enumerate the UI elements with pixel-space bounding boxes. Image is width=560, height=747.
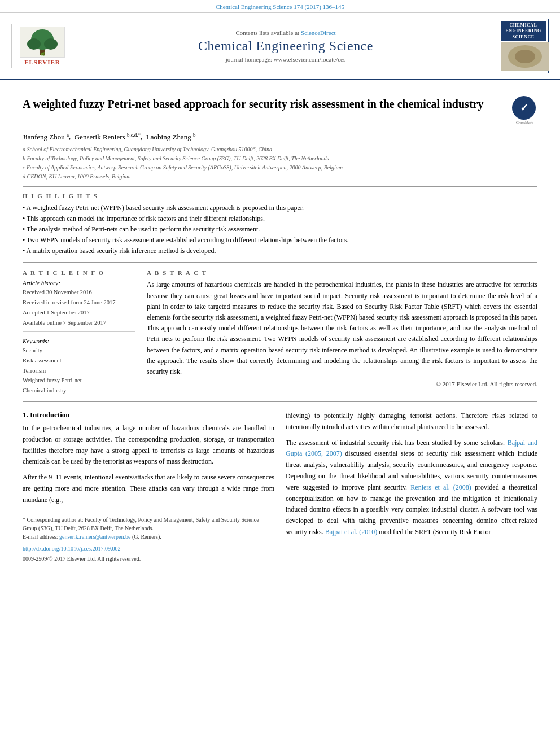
article-info-header: A R T I C L E I N F O xyxy=(23,269,135,276)
divider-3 xyxy=(23,401,537,402)
abstract-col: A B S T R A C T As large amounts of haza… xyxy=(147,269,537,396)
affiliation-a: a School of Electromechanical Engineerin… xyxy=(23,145,537,154)
author-3: Laobing Zhang b xyxy=(146,133,196,141)
email-line: E-mail address: genserik.reniers@antwerp… xyxy=(23,532,274,541)
keyword-5: Chemical industry xyxy=(23,386,135,396)
journal-title-area: Contents lists available at ScienceDirec… xyxy=(73,29,498,63)
affiliation-b: b Faculty of Technology, Policy and Mana… xyxy=(23,154,537,163)
highlight-5: A matrix operation based security risk i… xyxy=(23,246,537,256)
journal-citation: Chemical Engineering Science 174 (2017) … xyxy=(216,3,344,10)
email-label: E-mail address: xyxy=(23,534,58,540)
article-content: A weighted fuzzy Petri-net based approac… xyxy=(0,80,560,574)
highlights-section: H I G H L I G H T S A weighted fuzzy Pet… xyxy=(23,193,537,257)
doi-link[interactable]: http://dx.doi.org/10.1016/j.ces.2017.09.… xyxy=(23,545,120,552)
article-info-dates: Received 30 November 2016 Received in re… xyxy=(23,287,135,327)
highlight-4: Two WFPN models of security risk assessm… xyxy=(23,235,537,246)
abstract-header: A B S T R A C T xyxy=(147,269,537,276)
keywords-section: Keywords: Security Risk assessment Terro… xyxy=(23,338,135,396)
received-date: Received 30 November 2016 xyxy=(23,287,135,298)
info-divider xyxy=(23,331,135,332)
affiliations: a School of Electromechanical Engineerin… xyxy=(23,145,537,181)
body-left-col: 1. Introduction In the petrochemical ind… xyxy=(23,410,274,563)
journal-top-header: Chemical Engineering Science 174 (2017) … xyxy=(0,0,560,13)
highlights-list: A weighted fuzzy Petri-net (WFPN) based … xyxy=(23,203,537,257)
ces-logo-box: CHEMICALENGINEERINGSCIENCE xyxy=(498,19,549,73)
keywords-label: Keywords: xyxy=(23,338,135,344)
crossmark-label: CrossMark xyxy=(512,120,537,125)
intro-para-1: In the petrochemical industries, a large… xyxy=(23,423,274,468)
accepted-date: Accepted 1 September 2017 xyxy=(23,308,135,318)
elsevier-logo: 🌿 ELSEVIER xyxy=(11,24,73,68)
footer-copyright: 0009-2509/© 2017 Elsevier Ltd. All right… xyxy=(23,554,274,563)
highlights-header: H I G H L I G H T S xyxy=(23,193,537,199)
keyword-3: Terrorism xyxy=(23,366,135,376)
main-body: 1. Introduction In the petrochemical ind… xyxy=(23,410,537,563)
article-history-label: Article history: xyxy=(23,279,135,286)
keywords-list: Security Risk assessment Terrorism Weigh… xyxy=(23,346,135,396)
sciencedirect-text: Contents lists available at ScienceDirec… xyxy=(73,29,498,36)
available-date: Available online 7 September 2017 xyxy=(23,318,135,328)
article-info-col: A R T I C L E I N F O Article history: R… xyxy=(23,269,135,396)
highlight-3: The analysis method of Petri-nets can be… xyxy=(23,224,537,235)
ces-logo-text: CHEMICALENGINEERINGSCIENCE xyxy=(501,21,546,41)
sciencedirect-link[interactable]: ScienceDirect xyxy=(301,29,336,36)
affiliation-d: d CEDON, KU Leuven, 1000 Brussels, Belgi… xyxy=(23,172,537,181)
intro-para-2: After the 9–11 events, intentional event… xyxy=(23,472,274,505)
received-revised-date: Received in revised form 24 June 2017 xyxy=(23,298,135,308)
highlight-2: This approach can model the importance o… xyxy=(23,213,537,224)
intro-number: 1. xyxy=(23,410,28,419)
crossmark-icon: ✓ xyxy=(512,96,536,120)
ces-logo-image xyxy=(501,42,546,71)
email-suffix: (G. Reniers). xyxy=(132,534,161,540)
article-title-section: A weighted fuzzy Petri-net based approac… xyxy=(23,96,537,127)
journal-main-title: Chemical Engineering Science xyxy=(73,38,498,54)
intro-section-title: 1. Introduction xyxy=(23,410,274,420)
copyright-line: © 2017 Elsevier Ltd. All rights reserved… xyxy=(147,381,537,387)
ref-reniers-2008: Reniers et al. (2008) xyxy=(410,483,471,491)
svg-point-7 xyxy=(515,50,535,63)
email-link[interactable]: genserik.reniers@antwerpen.be xyxy=(59,534,130,540)
elsevier-tree-icon: 🌿 xyxy=(20,27,65,58)
elsevier-wordmark: ELSEVIER xyxy=(24,59,60,65)
svg-point-3 xyxy=(44,38,58,50)
divider-2 xyxy=(23,262,537,263)
highlight-1: A weighted fuzzy Petri-net (WFPN) based … xyxy=(23,203,537,213)
two-col-section: A R T I C L E I N F O Article history: R… xyxy=(23,269,537,396)
svg-point-2 xyxy=(27,38,41,50)
affiliation-c: c Faculty of Applied Economics, Antwerp … xyxy=(23,163,537,172)
journal-homepage: journal homepage: www.elsevier.com/locat… xyxy=(73,56,498,63)
svg-text:🌿: 🌿 xyxy=(41,52,45,56)
divider-1 xyxy=(23,186,537,187)
author-1: Jianfeng Zhou a xyxy=(23,133,69,141)
author-2: Genserik Reniers b,c,d,* xyxy=(75,133,141,141)
article-title: A weighted fuzzy Petri-net based approac… xyxy=(23,96,504,112)
right-para-2: The assessment of industrial security ri… xyxy=(286,438,537,538)
corresponding-note: * Corresponding author at: Faculty of Te… xyxy=(23,516,274,532)
journal-banner: 🌿 ELSEVIER Contents lists available at S… xyxy=(0,13,560,80)
keyword-2: Risk assessment xyxy=(23,356,135,366)
body-right-col: thieving) to potentially highly damaging… xyxy=(286,410,537,563)
right-para-1: thieving) to potentially highly damaging… xyxy=(286,410,537,433)
keyword-1: Security xyxy=(23,346,135,356)
authors-line: Jianfeng Zhou a, Genserik Reniers b,c,d,… xyxy=(23,132,537,141)
ref-bajpai-2005: Bajpai and Gupta (2005, 2007) xyxy=(286,439,537,458)
footnote-area: * Corresponding author at: Faculty of Te… xyxy=(23,512,274,563)
ref-bajpai-2010: Bajpai et al. (2010) xyxy=(325,528,378,536)
keyword-4: Weighted fuzzy Petri-net xyxy=(23,375,135,386)
abstract-text: As large amounts of hazardous chemicals … xyxy=(147,279,537,377)
intro-title: Introduction xyxy=(30,410,70,419)
crossmark-badge: ✓ CrossMark xyxy=(512,96,537,121)
